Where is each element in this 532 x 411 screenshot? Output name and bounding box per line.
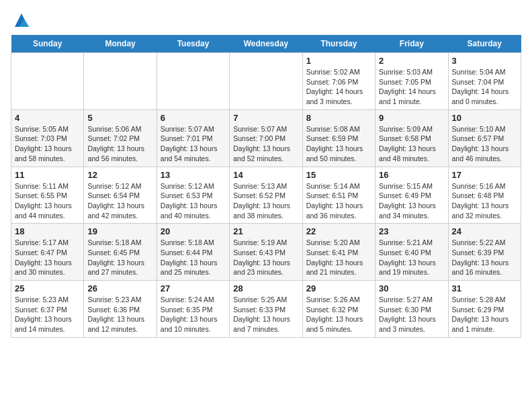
date-number: 1 — [306, 56, 371, 66]
cell-info: Sunrise: 5:06 AM Sunset: 7:02 PM Dayligh… — [87, 124, 152, 164]
date-number: 28 — [233, 283, 298, 293]
date-number: 14 — [233, 170, 298, 180]
cell-info: Sunrise: 5:15 AM Sunset: 6:49 PM Dayligh… — [379, 181, 444, 221]
header — [11, 11, 521, 27]
date-number: 18 — [15, 226, 80, 236]
calendar-cell: 12Sunrise: 5:12 AM Sunset: 6:54 PM Dayli… — [84, 167, 157, 224]
calendar-cell: 15Sunrise: 5:14 AM Sunset: 6:51 PM Dayli… — [302, 167, 375, 224]
header-row: SundayMondayTuesdayWednesdayThursdayFrid… — [11, 35, 521, 53]
calendar-cell: 19Sunrise: 5:18 AM Sunset: 6:45 PM Dayli… — [84, 224, 157, 281]
date-number: 21 — [233, 226, 298, 236]
cell-info: Sunrise: 5:07 AM Sunset: 7:01 PM Dayligh… — [161, 124, 226, 164]
date-number: 17 — [452, 170, 517, 180]
cell-info: Sunrise: 5:02 AM Sunset: 7:06 PM Dayligh… — [306, 67, 371, 107]
cell-info: Sunrise: 5:20 AM Sunset: 6:41 PM Dayligh… — [306, 238, 371, 277]
week-row-4: 18Sunrise: 5:17 AM Sunset: 6:47 PM Dayli… — [11, 224, 521, 281]
calendar-cell: 21Sunrise: 5:19 AM Sunset: 6:43 PM Dayli… — [230, 224, 302, 281]
calendar-cell — [84, 53, 157, 110]
calendar-cell: 30Sunrise: 5:27 AM Sunset: 6:30 PM Dayli… — [375, 281, 448, 338]
calendar-cell: 23Sunrise: 5:21 AM Sunset: 6:40 PM Dayli… — [375, 224, 448, 281]
cell-info: Sunrise: 5:16 AM Sunset: 6:48 PM Dayligh… — [452, 181, 517, 221]
day-header-friday: Friday — [375, 35, 448, 53]
day-header-wednesday: Wednesday — [230, 35, 302, 53]
cell-info: Sunrise: 5:28 AM Sunset: 6:29 PM Dayligh… — [452, 295, 517, 334]
date-number: 25 — [15, 283, 80, 293]
calendar-cell: 22Sunrise: 5:20 AM Sunset: 6:41 PM Dayli… — [302, 224, 375, 281]
calendar-cell — [157, 53, 229, 110]
calendar-cell: 6Sunrise: 5:07 AM Sunset: 7:01 PM Daylig… — [157, 109, 229, 167]
calendar-cell: 17Sunrise: 5:16 AM Sunset: 6:48 PM Dayli… — [448, 167, 521, 224]
cell-info: Sunrise: 5:14 AM Sunset: 6:51 PM Dayligh… — [306, 181, 371, 221]
date-number: 22 — [306, 226, 371, 236]
date-number: 11 — [15, 170, 80, 180]
cell-info: Sunrise: 5:23 AM Sunset: 6:36 PM Dayligh… — [87, 295, 152, 334]
calendar-cell: 31Sunrise: 5:28 AM Sunset: 6:29 PM Dayli… — [448, 281, 521, 338]
date-number: 24 — [452, 226, 517, 236]
date-number: 16 — [379, 170, 444, 180]
date-number: 4 — [15, 113, 80, 123]
date-number: 23 — [379, 226, 444, 236]
calendar-cell — [11, 53, 84, 110]
date-number: 19 — [87, 226, 152, 236]
day-header-monday: Monday — [84, 35, 157, 53]
cell-info: Sunrise: 5:18 AM Sunset: 6:44 PM Dayligh… — [161, 238, 226, 277]
cell-info: Sunrise: 5:23 AM Sunset: 6:37 PM Dayligh… — [15, 295, 80, 334]
calendar-cell: 27Sunrise: 5:24 AM Sunset: 6:35 PM Dayli… — [157, 281, 229, 338]
cell-info: Sunrise: 5:04 AM Sunset: 7:04 PM Dayligh… — [452, 67, 517, 107]
date-number: 27 — [161, 283, 226, 293]
calendar-cell: 8Sunrise: 5:08 AM Sunset: 6:59 PM Daylig… — [302, 109, 375, 167]
week-row-2: 4Sunrise: 5:05 AM Sunset: 7:03 PM Daylig… — [11, 109, 521, 167]
cell-info: Sunrise: 5:05 AM Sunset: 7:03 PM Dayligh… — [15, 124, 80, 164]
calendar-cell — [230, 53, 302, 110]
cell-info: Sunrise: 5:08 AM Sunset: 6:59 PM Dayligh… — [306, 124, 371, 164]
calendar-cell: 14Sunrise: 5:13 AM Sunset: 6:52 PM Dayli… — [230, 167, 302, 224]
date-number: 6 — [161, 113, 226, 123]
calendar-cell: 18Sunrise: 5:17 AM Sunset: 6:47 PM Dayli… — [11, 224, 84, 281]
date-number: 26 — [87, 283, 152, 293]
cell-info: Sunrise: 5:07 AM Sunset: 7:00 PM Dayligh… — [233, 124, 298, 164]
date-number: 7 — [233, 113, 298, 123]
calendar-cell: 7Sunrise: 5:07 AM Sunset: 7:00 PM Daylig… — [230, 109, 302, 167]
cell-info: Sunrise: 5:19 AM Sunset: 6:43 PM Dayligh… — [233, 238, 298, 277]
date-number: 3 — [452, 56, 517, 66]
calendar-cell: 26Sunrise: 5:23 AM Sunset: 6:36 PM Dayli… — [84, 281, 157, 338]
calendar-cell: 29Sunrise: 5:26 AM Sunset: 6:32 PM Dayli… — [302, 281, 375, 338]
date-number: 12 — [87, 170, 152, 180]
calendar-cell: 10Sunrise: 5:10 AM Sunset: 6:57 PM Dayli… — [448, 109, 521, 167]
date-number: 2 — [379, 56, 444, 66]
calendar-cell: 13Sunrise: 5:12 AM Sunset: 6:53 PM Dayli… — [157, 167, 229, 224]
logo — [11, 11, 31, 27]
cell-info: Sunrise: 5:26 AM Sunset: 6:32 PM Dayligh… — [306, 295, 371, 334]
cell-info: Sunrise: 5:27 AM Sunset: 6:30 PM Dayligh… — [379, 295, 444, 334]
cell-info: Sunrise: 5:21 AM Sunset: 6:40 PM Dayligh… — [379, 238, 444, 277]
date-number: 9 — [379, 113, 444, 123]
calendar-cell: 9Sunrise: 5:09 AM Sunset: 6:58 PM Daylig… — [375, 109, 448, 167]
date-number: 13 — [161, 170, 226, 180]
calendar-cell: 25Sunrise: 5:23 AM Sunset: 6:37 PM Dayli… — [11, 281, 84, 338]
calendar-cell: 16Sunrise: 5:15 AM Sunset: 6:49 PM Dayli… — [375, 167, 448, 224]
cell-info: Sunrise: 5:03 AM Sunset: 7:05 PM Dayligh… — [379, 67, 444, 107]
calendar-cell: 20Sunrise: 5:18 AM Sunset: 6:44 PM Dayli… — [157, 224, 229, 281]
day-header-sunday: Sunday — [11, 35, 84, 53]
cell-info: Sunrise: 5:12 AM Sunset: 6:53 PM Dayligh… — [161, 181, 226, 221]
calendar-cell: 5Sunrise: 5:06 AM Sunset: 7:02 PM Daylig… — [84, 109, 157, 167]
calendar-cell: 1Sunrise: 5:02 AM Sunset: 7:06 PM Daylig… — [302, 53, 375, 110]
calendar-cell: 24Sunrise: 5:22 AM Sunset: 6:39 PM Dayli… — [448, 224, 521, 281]
cell-info: Sunrise: 5:11 AM Sunset: 6:55 PM Dayligh… — [15, 181, 80, 221]
cell-info: Sunrise: 5:10 AM Sunset: 6:57 PM Dayligh… — [452, 124, 517, 164]
cell-info: Sunrise: 5:18 AM Sunset: 6:45 PM Dayligh… — [87, 238, 152, 277]
cell-info: Sunrise: 5:12 AM Sunset: 6:54 PM Dayligh… — [87, 181, 152, 221]
date-number: 15 — [306, 170, 371, 180]
date-number: 10 — [452, 113, 517, 123]
date-number: 5 — [87, 113, 152, 123]
cell-info: Sunrise: 5:17 AM Sunset: 6:47 PM Dayligh… — [15, 238, 80, 277]
calendar-cell: 3Sunrise: 5:04 AM Sunset: 7:04 PM Daylig… — [448, 53, 521, 110]
cell-info: Sunrise: 5:22 AM Sunset: 6:39 PM Dayligh… — [452, 238, 517, 277]
cell-info: Sunrise: 5:24 AM Sunset: 6:35 PM Dayligh… — [161, 295, 226, 334]
date-number: 29 — [306, 283, 371, 293]
week-row-1: 1Sunrise: 5:02 AM Sunset: 7:06 PM Daylig… — [11, 53, 521, 110]
day-header-saturday: Saturday — [448, 35, 521, 53]
calendar-cell: 4Sunrise: 5:05 AM Sunset: 7:03 PM Daylig… — [11, 109, 84, 167]
date-number: 8 — [306, 113, 371, 123]
day-header-thursday: Thursday — [302, 35, 375, 53]
